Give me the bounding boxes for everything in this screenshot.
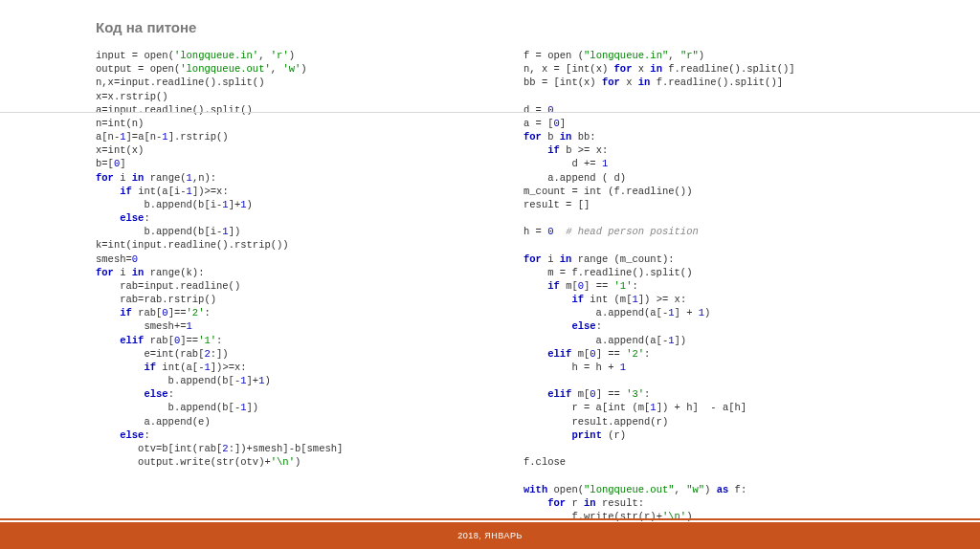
slide-title: Код на питоне bbox=[96, 19, 903, 35]
horizontal-divider bbox=[0, 112, 980, 113]
left-column: input = open('longqueue.in', 'r') output… bbox=[96, 49, 476, 523]
code-columns: input = open('longqueue.in', 'r') output… bbox=[96, 49, 903, 523]
slide-footer: 2018, ЯНВАРЬ bbox=[0, 522, 980, 549]
right-column: f = open ("longqueue.in", "r") n, x = [i… bbox=[523, 49, 903, 523]
slide: Код на питоне input = open('longqueue.in… bbox=[0, 0, 980, 549]
code-block-right: f = open ("longqueue.in", "r") n, x = [i… bbox=[523, 49, 903, 523]
